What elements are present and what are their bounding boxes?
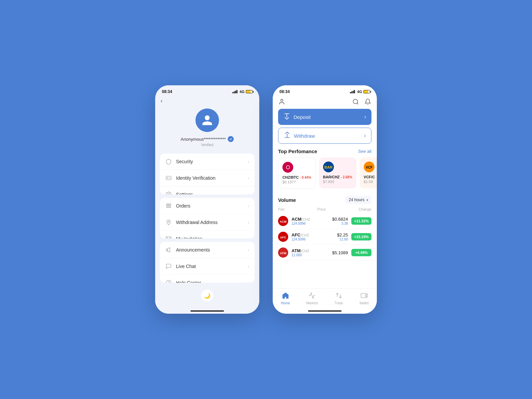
bell-icon[interactable] [364, 98, 371, 105]
status-right-2: 4G [350, 90, 370, 94]
deposit-button[interactable]: Deposit › [278, 109, 371, 125]
atm-info: ATM/CHZ 11.000 [292, 248, 332, 257]
menu-item-livechat[interactable]: Live Chat › [160, 258, 255, 275]
afc-volume: 124.5096 [292, 237, 337, 241]
col-change: Change [358, 207, 371, 211]
settings-label: Settings [176, 192, 248, 194]
network-label-2: 4G [357, 90, 362, 94]
afc-pair: AFC/CHZ [292, 232, 337, 237]
svg-text:⬡: ⬡ [286, 165, 290, 170]
perf-card-chz[interactable]: ⬡ CHZ/BTC - 0.44% $0.1977 [278, 158, 316, 188]
wallet-nav-label: Wallet [359, 301, 368, 305]
trade-row-acm[interactable]: ACM ACM/CHZ 124.5096 $0.6824 3.38 +11.32… [273, 213, 377, 229]
svg-text:ATM: ATM [280, 252, 286, 255]
security-label: Security [176, 159, 248, 164]
chz-pair: CHZ/BTC - 0.44% [282, 175, 311, 179]
afc-info: AFC/CHZ 124.5096 [292, 232, 337, 241]
home-icon [282, 292, 289, 301]
network-label-1: 4G [239, 90, 245, 94]
col-price: Price [317, 207, 326, 211]
id-card-icon [165, 175, 172, 181]
theme-toggle-button[interactable]: 🌙 [201, 290, 213, 302]
nav-markets[interactable]: Markets [306, 292, 318, 305]
volume-header: Volume 24 hours ▾ [273, 193, 377, 206]
bottom-nav: Home Markets Trade Wallet [273, 288, 377, 307]
withdraw-btn-left: Withdraw [284, 132, 315, 140]
question-icon [165, 279, 172, 283]
atm-pair: ATM/CHZ [292, 248, 332, 253]
svg-point-6 [168, 221, 169, 222]
back-button[interactable]: ‹ [155, 96, 259, 106]
menu-section-2: Orders › Withdrawal Address › My Invitat… [160, 198, 255, 239]
battery-icon-1 [246, 90, 253, 93]
bar-pair: BAR/CHZ - 2.68% [323, 175, 352, 179]
time-selector-button[interactable]: 24 hours ▾ [345, 196, 371, 204]
deposit-chevron-icon: › [364, 114, 366, 120]
afc-price: $2.25 [337, 232, 348, 237]
trade-icon [335, 292, 343, 301]
user-icon [201, 114, 213, 126]
orders-label: Orders [176, 203, 248, 209]
trade-row-atm[interactable]: ATM ATM/CHZ 11.000 $5.1089 +4.49% [273, 245, 377, 261]
perf-card-vcf[interactable]: VCF VCF/C $1.08 [360, 158, 377, 188]
verified-badge-icon [228, 136, 234, 142]
svg-text:VCF: VCF [366, 166, 372, 169]
chevron-right-icon-9: › [248, 280, 249, 283]
shield-icon [165, 158, 172, 165]
wallet-icon [360, 292, 368, 301]
afc-price-sub: 11.60 [337, 237, 348, 241]
trading-header [273, 96, 377, 109]
afc-price-col: $2.25 11.60 [337, 232, 348, 241]
withdraw-chevron-icon: › [364, 133, 366, 139]
nav-home[interactable]: Home [281, 292, 290, 305]
list-icon [165, 203, 172, 209]
withdraw-icon [284, 132, 291, 140]
megaphone-icon [165, 247, 172, 253]
gear-icon [165, 191, 172, 194]
performance-cards: ⬡ CHZ/BTC - 0.44% $0.1977 BAR BAR/CHZ - … [273, 158, 377, 193]
deposit-label: Deposit [294, 114, 311, 120]
status-bar-1: 08:34 4G [155, 85, 259, 96]
acm-pair: ACM/CHZ [292, 217, 332, 222]
perf-card-bar[interactable]: BAR BAR/CHZ - 2.68% $7.893 [319, 158, 356, 188]
search-icon[interactable] [352, 98, 359, 105]
afc-logo: AFC [278, 232, 288, 242]
status-right-1: 4G [232, 90, 253, 94]
invitation-label: My Invitation [176, 236, 248, 239]
atm-volume: 11.000 [292, 253, 332, 257]
withdraw-button[interactable]: Withdraw › [278, 128, 371, 144]
nav-wallet[interactable]: Wallet [359, 292, 368, 305]
vcf-logo: VCF [364, 162, 374, 172]
checkmark-icon [229, 137, 232, 141]
svg-rect-26 [361, 294, 367, 298]
see-all-button[interactable]: See all [358, 149, 371, 154]
profile-icon[interactable] [278, 98, 285, 105]
menu-item-withdrawal[interactable]: Withdrawal Address › [160, 214, 255, 231]
trade-row-afc[interactable]: AFC AFC/CHZ 124.5096 $2.25 11.60 +15.19% [273, 229, 377, 245]
atm-logo: ATM [278, 248, 288, 258]
menu-item-security[interactable]: Security › [160, 153, 255, 170]
menu-item-invitation[interactable]: My Invitation › [160, 231, 255, 239]
menu-item-orders[interactable]: Orders › [160, 198, 255, 214]
bottom-bar-1: 🌙 [155, 286, 259, 307]
chevron-right-icon-5: › [248, 220, 249, 225]
col-pair: Pair [278, 207, 285, 211]
svg-rect-7 [166, 237, 171, 239]
menu-item-settings[interactable]: Settings › [160, 186, 255, 194]
acm-price: $0.6824 [332, 217, 348, 222]
acm-price-col: $0.6824 3.38 [332, 217, 348, 225]
home-indicator-2 [273, 307, 377, 314]
acm-info: ACM/CHZ 124.5096 [292, 217, 332, 225]
menu-item-helpcenter[interactable]: Help Center › [160, 275, 255, 283]
chevron-right-icon-8: › [248, 264, 249, 269]
chevron-right-icon-6: › [248, 236, 249, 239]
helpcenter-label: Help Center [176, 280, 248, 283]
menu-item-announcements[interactable]: Announcements › [160, 242, 255, 258]
phone2-content: Deposit › Withdraw › Top Perfomance [273, 96, 377, 288]
chevron-right-icon-2: › [248, 175, 249, 181]
menu-item-identity[interactable]: Identity Verification › [160, 170, 255, 186]
nav-trade[interactable]: Trade [335, 292, 343, 305]
status-time-2: 08:34 [279, 89, 290, 94]
deposit-btn-left: Deposit [283, 113, 311, 121]
top-performance-header: Top Perfomance See all [273, 144, 377, 158]
